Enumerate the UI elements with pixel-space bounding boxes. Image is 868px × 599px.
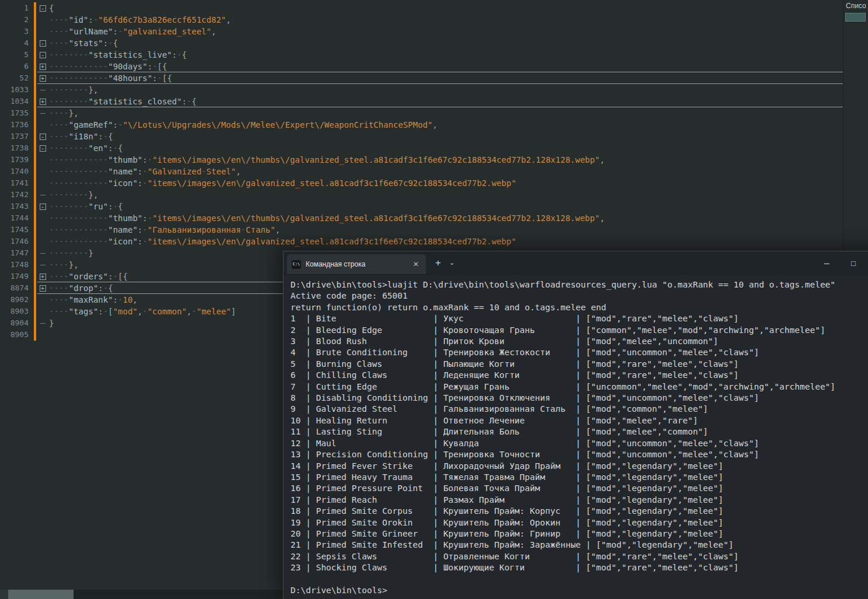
line-number[interactable]: 1742 <box>0 189 34 201</box>
fold-margin <box>36 154 49 166</box>
line-number[interactable]: 8904 <box>0 317 34 329</box>
code-line[interactable]: 1742········}, <box>0 189 843 201</box>
terminal-tab[interactable]: C:\ Командная строка ✕ <box>287 254 426 274</box>
line-number[interactable]: 1746 <box>0 236 34 247</box>
line-number[interactable]: 1744 <box>0 212 34 224</box>
fold-closed-icon[interactable]: + <box>36 61 49 72</box>
fold-open-icon[interactable]: - <box>36 131 49 142</box>
tab-dropdown-icon[interactable]: ⌄ <box>449 259 454 267</box>
line-number[interactable]: 1735 <box>0 107 34 119</box>
code-text: ····"orders":·[{ <box>49 271 128 282</box>
line-number[interactable]: 1736 <box>0 119 34 131</box>
terminal-body[interactable]: D:\drive\bin\tools>luajit D:\drive\bin\t… <box>284 275 868 599</box>
line-number[interactable]: 1739 <box>0 154 34 166</box>
code-text: ····"stats":·{ <box>49 37 118 49</box>
code-line[interactable]: 1-{ <box>0 2 843 14</box>
code-text: } <box>49 317 54 329</box>
code-line[interactable]: 1736····"gameRef":·"\/Lotus\/Upgrades\/M… <box>0 119 843 131</box>
fold-margin <box>36 306 49 317</box>
panel-scroll-thumb[interactable] <box>845 13 866 22</box>
line-number[interactable]: 1 <box>0 2 34 14</box>
new-tab-button[interactable]: + <box>435 257 441 269</box>
code-line[interactable]: 1738-········"en":·{ <box>0 142 843 154</box>
window-controls: ─ □ ✕ <box>813 251 868 275</box>
cmd-icon: C:\ <box>292 260 301 269</box>
code-line[interactable]: 6+············"90days":·[{ <box>0 61 843 72</box>
code-line[interactable]: 4-····"stats":·{ <box>0 37 843 49</box>
fold-closed-icon[interactable]: + <box>36 271 49 282</box>
tab-close-icon[interactable]: ✕ <box>411 260 421 268</box>
code-text: ············"icon":·"items\/images\/en\/… <box>49 177 516 189</box>
line-number[interactable]: 1743 <box>0 201 34 212</box>
line-number[interactable]: 2 <box>0 14 34 26</box>
fold-margin <box>36 107 49 119</box>
code-line[interactable]: 1741············"icon":·"items\/images\/… <box>0 177 843 189</box>
code-text: ········"statistics_live":·{ <box>49 49 187 61</box>
code-text: ····}, <box>49 259 79 271</box>
scrollbar-left-button[interactable] <box>0 590 8 599</box>
fold-open-icon[interactable]: - <box>36 37 49 49</box>
code-text: ····"i18n":·{ <box>49 131 113 142</box>
code-text: ············"name":·"Galvanized·Steel", <box>49 166 241 177</box>
maximize-button[interactable]: □ <box>840 251 867 275</box>
code-line[interactable]: 2····"id":·"66fd6c7b3a826eccf651cd82", <box>0 14 843 26</box>
code-line[interactable]: 3····"urlName":·"galvanized_steel", <box>0 26 843 37</box>
fold-closed-icon[interactable]: + <box>36 96 49 107</box>
scrollbar-thumb[interactable] <box>8 590 74 599</box>
code-line[interactable]: 1745············"name":·"Гальванизирован… <box>0 224 843 236</box>
line-number[interactable]: 1737 <box>0 131 34 142</box>
fold-closed-icon[interactable]: + <box>36 282 49 294</box>
code-line[interactable]: 5-········"statistics_live":·{ <box>0 49 843 61</box>
line-number[interactable]: 1034 <box>0 96 34 107</box>
line-number[interactable]: 1748 <box>0 259 34 271</box>
fold-open-icon[interactable]: - <box>36 201 49 212</box>
code-line[interactable]: 1740············"name":·"Galvanized·Stee… <box>0 166 843 177</box>
line-number[interactable]: 1741 <box>0 177 34 189</box>
code-text: ········} <box>49 247 93 259</box>
fold-open-icon[interactable]: - <box>36 49 49 61</box>
line-number[interactable]: 1033 <box>0 84 34 96</box>
terminal-titlebar[interactable]: C:\ Командная строка ✕ + ⌄ ─ □ ✕ <box>284 251 868 275</box>
code-line[interactable]: 1735····}, <box>0 107 843 119</box>
fold-margin <box>36 84 49 96</box>
fold-margin <box>36 14 49 26</box>
code-text: ············"icon":·"items\/images\/en\/… <box>49 236 516 247</box>
line-number[interactable]: 1745 <box>0 224 34 236</box>
line-number[interactable]: 1747 <box>0 247 34 259</box>
line-number[interactable]: 6 <box>0 61 34 72</box>
code-text: ········}, <box>49 84 98 96</box>
minimize-button[interactable]: ─ <box>813 251 840 275</box>
code-line[interactable]: 1737-····"i18n":·{ <box>0 131 843 142</box>
fold-open-icon[interactable]: - <box>36 142 49 154</box>
line-number[interactable]: 3 <box>0 26 34 37</box>
code-line[interactable]: 1034+········"statistics_closed":·{ <box>0 96 843 107</box>
code-line[interactable]: 1744············"thumb":·"items\/images\… <box>0 212 843 224</box>
line-number[interactable]: 8903 <box>0 306 34 317</box>
fold-margin <box>36 189 49 201</box>
line-number[interactable]: 1749 <box>0 271 34 282</box>
code-text: ············"thumb":·"items\/images\/en\… <box>49 154 605 166</box>
code-line[interactable]: 1739············"thumb":·"items\/images\… <box>0 154 843 166</box>
fold-margin <box>36 119 49 131</box>
code-line[interactable]: 1746············"icon":·"items\/images\/… <box>0 236 843 247</box>
line-number[interactable]: 52 <box>0 72 34 84</box>
line-number[interactable]: 8874 <box>0 282 34 294</box>
code-line[interactable]: 52+············"48hours":·[{ <box>0 72 843 84</box>
line-number[interactable]: 4 <box>0 37 34 49</box>
line-number[interactable]: 1740 <box>0 166 34 177</box>
terminal-output[interactable]: D:\drive\bin\tools>luajit D:\drive\bin\t… <box>290 279 868 596</box>
panel-title: Списо <box>844 0 868 11</box>
fold-open-icon[interactable]: - <box>36 2 49 14</box>
line-number[interactable]: 8905 <box>0 329 34 341</box>
fold-margin <box>36 177 49 189</box>
fold-margin <box>36 166 49 177</box>
code-line[interactable]: 1033········}, <box>0 84 843 96</box>
code-text: { <box>49 2 54 14</box>
fold-closed-icon[interactable]: + <box>36 72 49 84</box>
code-text: ····"id":·"66fd6c7b3a826eccf651cd82", <box>49 14 231 26</box>
code-line[interactable]: 1743-········"ru":·{ <box>0 201 843 212</box>
code-text: ············"48hours":·[{ <box>49 72 172 84</box>
line-number[interactable]: 8902 <box>0 294 34 306</box>
line-number[interactable]: 1738 <box>0 142 34 154</box>
line-number[interactable]: 5 <box>0 49 34 61</box>
